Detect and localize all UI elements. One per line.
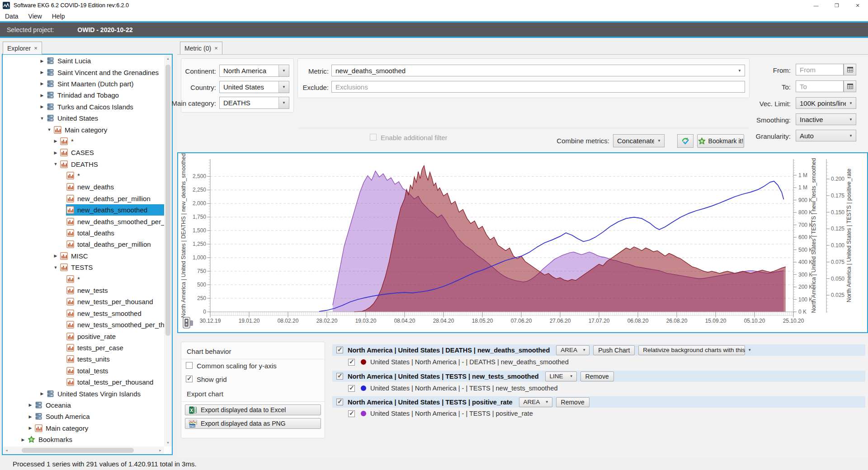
show-grid-checkbox[interactable] [186, 376, 193, 382]
expander-collapsed-icon[interactable]: ▶ [52, 254, 60, 258]
chevron-down-icon[interactable]: ▼ [545, 400, 552, 404]
tree-item-south-america[interactable]: ▶South America [3, 411, 164, 422]
tree-item-new-tests-per-thousand[interactable]: new_tests_per_thousand [3, 296, 164, 307]
enable-additional-filter-checkbox[interactable] [370, 134, 377, 141]
tree-item-tests-units[interactable]: tests_units [3, 353, 164, 365]
export-png-button[interactable]: PNG Export displayed data as PNG [185, 418, 321, 429]
menu-data[interactable]: Data [0, 12, 24, 21]
expander-collapsed-icon[interactable]: ▶ [38, 391, 46, 396]
series-mode-select[interactable]: AREA▼ [519, 397, 552, 407]
bookmark-button[interactable]: B Bookmark it! [697, 134, 744, 148]
expander-expanded-icon[interactable]: ▼ [38, 116, 46, 121]
chevron-down-icon[interactable]: ▼ [735, 65, 745, 76]
tree-item-new-deaths[interactable]: new_deaths [3, 181, 164, 193]
scroll-down-icon[interactable]: ▼ [164, 439, 172, 446]
scroll-left-icon[interactable]: ◄ [3, 446, 10, 454]
to-date-input[interactable] [796, 80, 844, 92]
chevron-down-icon[interactable]: ▼ [846, 114, 856, 125]
chevron-down-icon[interactable]: ▼ [278, 65, 289, 76]
expander-collapsed-icon[interactable]: ▶ [38, 93, 46, 98]
expander-collapsed-icon[interactable]: ▶ [38, 81, 46, 86]
tree-item-positive-rate[interactable]: positive_rate [3, 330, 164, 342]
country-select[interactable]: United States ▼ [219, 81, 289, 93]
tree-horizontal-scrollbar[interactable]: ◄ ► [3, 446, 164, 454]
series-checkbox[interactable] [336, 373, 343, 380]
tree-item-new-tests-smoothed[interactable]: new_tests_smoothed [3, 308, 164, 319]
chevron-down-icon[interactable]: ▼ [748, 348, 755, 352]
expander-collapsed-icon[interactable]: ▶ [38, 59, 46, 63]
tree-item-united-states[interactable]: ▼United States [3, 113, 164, 124]
minimize-button[interactable]: — [806, 0, 826, 11]
granularity-select[interactable]: Auto ▼ [796, 130, 856, 141]
to-calendar-button[interactable] [844, 80, 856, 92]
menu-view[interactable]: View [24, 12, 47, 21]
expander-expanded-icon[interactable]: ▼ [52, 162, 60, 166]
tree-item-new-tests-smoothed-per-thousa-[interactable]: new_tests_smoothed_per_thousa... [3, 319, 164, 330]
push-chart-button[interactable]: Push Chart [593, 345, 635, 355]
main-category-select[interactable]: DEATHS ▼ [219, 97, 289, 109]
expander-collapsed-icon[interactable]: ▶ [52, 150, 60, 155]
tree-item-deaths[interactable]: ▼DEATHS [3, 159, 164, 170]
smoothing-select[interactable]: Inactive ▼ [796, 113, 856, 125]
chevron-down-icon[interactable]: ▼ [654, 135, 664, 147]
exclude-input[interactable] [331, 81, 745, 93]
tree-item-main-category[interactable]: ▶Main category [3, 423, 164, 434]
expander-collapsed-icon[interactable]: ▶ [52, 139, 60, 143]
tree-item-sint-maarten-dutch-part-[interactable]: ▶Sint Maarten (Dutch part) [3, 78, 164, 89]
tree-item-oceania[interactable]: ▶Oceania [3, 400, 164, 411]
series-checkbox[interactable] [336, 399, 343, 405]
chevron-down-icon[interactable]: ▼ [278, 97, 289, 108]
scroll-right-icon[interactable]: ► [156, 446, 164, 454]
expander-collapsed-icon[interactable]: ▶ [38, 70, 46, 75]
tree-item--[interactable]: * [3, 273, 164, 284]
menu-help[interactable]: Help [47, 12, 70, 21]
tree-item-bookmarks[interactable]: ▶BBookmarks [3, 434, 164, 445]
tree-item-total-tests[interactable]: total_tests [3, 365, 164, 376]
tree-item-trinidad-and-tobago[interactable]: ▶Trinidad and Tobago [3, 89, 164, 101]
tree-item-united-states-virgin-islands[interactable]: ▶United States Virgin Islands [3, 388, 164, 399]
tree-item-new-tests[interactable]: new_tests [3, 285, 164, 296]
refresh-button[interactable] [677, 134, 693, 148]
series-checkbox[interactable] [336, 347, 343, 353]
export-excel-button[interactable]: X Export displayed data to Excel [185, 404, 321, 415]
vec-limit-select[interactable]: 100K points/line ▼ [796, 97, 856, 109]
chevron-down-icon[interactable]: ▼ [570, 374, 576, 378]
expander-expanded-icon[interactable]: ▼ [45, 127, 53, 132]
tree-item-total-deaths-per-million[interactable]: total_deaths_per_million [3, 239, 164, 250]
expander-collapsed-icon[interactable]: ▶ [19, 437, 27, 442]
tree-item-saint-lucia[interactable]: ▶Saint Lucia [3, 55, 164, 66]
metric-select[interactable]: new_deaths_smoothed ▼ [331, 65, 745, 76]
tree-item--[interactable]: ▶* [3, 136, 164, 147]
from-date-input[interactable] [796, 64, 844, 75]
timeseries-chart[interactable]: 02505007501,0001,2501,5001,7502,0002,250… [178, 153, 867, 332]
tree-item-tests-per-case[interactable]: tests_per_case [3, 342, 164, 353]
from-calendar-button[interactable] [844, 64, 856, 75]
tree-item--[interactable]: * [3, 170, 164, 181]
scroll-up-icon[interactable]: ▲ [164, 55, 172, 62]
series-mode-select[interactable]: AREA▼ [556, 345, 590, 355]
expander-collapsed-icon[interactable]: ▶ [26, 403, 34, 407]
chevron-down-icon[interactable]: ▼ [846, 130, 856, 141]
series-child-checkbox[interactable] [348, 359, 355, 366]
common-scaling-checkbox[interactable] [186, 362, 193, 369]
maximize-button[interactable]: ❐ [826, 0, 847, 11]
chevron-down-icon[interactable]: ▼ [278, 81, 289, 93]
tree-item-new-deaths-smoothed[interactable]: new_deaths_smoothed [3, 204, 164, 216]
tree-item-total-deaths[interactable]: total_deaths [3, 227, 164, 239]
relativize-select[interactable]: Relativize background charts with this▼ [638, 345, 745, 355]
remove-button[interactable]: Remove [580, 371, 614, 381]
expander-collapsed-icon[interactable]: ▶ [26, 414, 34, 419]
tree-item-total-tests-per-thousand[interactable]: total_tests_per_thousand [3, 376, 164, 388]
close-button[interactable]: ✕ [847, 0, 868, 11]
tree-item-cases[interactable]: ▶CASES [3, 147, 164, 158]
tree-item-new-deaths-per-million[interactable]: new_deaths_per_million [3, 193, 164, 204]
remove-button[interactable]: Remove [556, 397, 590, 407]
tree-item-tests[interactable]: ▼TESTS [3, 262, 164, 273]
expander-collapsed-icon[interactable]: ▶ [26, 426, 34, 430]
tree-item-misc[interactable]: ▶MISC [3, 250, 164, 262]
tab-explorer-close-icon[interactable]: × [34, 45, 38, 52]
tree-item-saint-vincent-and-the-grenadines[interactable]: ▶Saint Vincent and the Grenadines [3, 66, 164, 78]
combine-metrics-select[interactable]: Concatenate ▼ [613, 134, 665, 147]
chevron-down-icon[interactable]: ▼ [846, 98, 856, 108]
tree-item-main-category[interactable]: ▼Main category [3, 124, 164, 135]
